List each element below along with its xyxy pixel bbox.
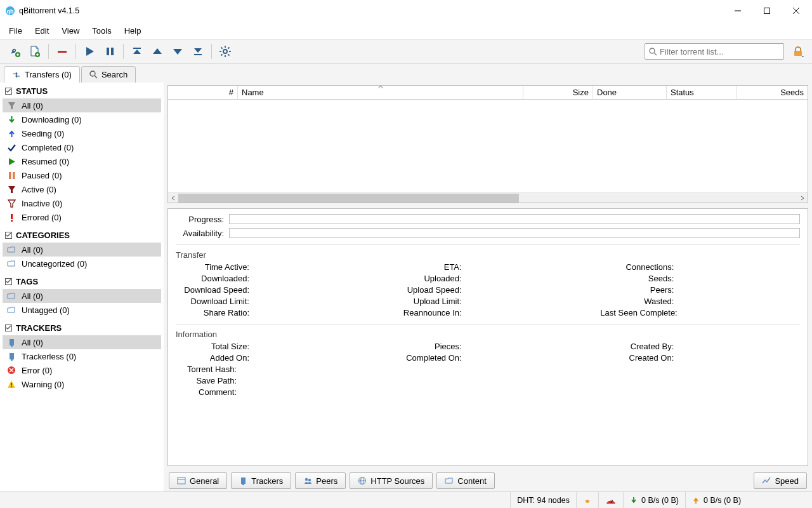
- scroll-thumb[interactable]: [178, 194, 519, 203]
- main-tabs: Transfers (0) Search: [0, 64, 812, 83]
- tracker-icon: [6, 352, 16, 361]
- funnel-icon: [6, 199, 16, 208]
- search-icon: [89, 70, 98, 79]
- section-trackers[interactable]: TRACKERS: [3, 321, 161, 335]
- svg-point-27: [650, 48, 655, 53]
- maximize-button[interactable]: [752, 1, 782, 20]
- folder-icon: [6, 260, 16, 267]
- svg-rect-17: [194, 54, 202, 55]
- pause-button[interactable]: [100, 42, 119, 61]
- tag-all[interactable]: All (0): [3, 289, 161, 303]
- menu-help[interactable]: Help: [118, 23, 148, 38]
- col-status[interactable]: Status: [667, 86, 737, 99]
- status-resumed[interactable]: Resumed (0): [3, 154, 161, 168]
- play-icon: [6, 157, 16, 166]
- pause-icon: [6, 171, 16, 180]
- close-button[interactable]: [782, 1, 811, 20]
- filter-input[interactable]: [660, 47, 780, 57]
- download-icon: [630, 497, 638, 504]
- status-errored[interactable]: Errored (0): [3, 210, 161, 224]
- menu-bar: File Edit View Tools Help: [0, 22, 812, 39]
- move-bottom-button[interactable]: [188, 42, 207, 61]
- svg-marker-38: [8, 186, 15, 193]
- category-uncategorized[interactable]: Uncategorized (0): [3, 257, 161, 271]
- settings-button[interactable]: [216, 42, 235, 61]
- content-area: # Name Size Done Status Seeds Progress: …: [164, 83, 812, 491]
- availability-bar: [229, 228, 800, 238]
- col-name[interactable]: Name: [238, 86, 523, 99]
- menu-edit[interactable]: Edit: [29, 23, 55, 38]
- menu-file[interactable]: File: [3, 23, 29, 38]
- svg-marker-35: [9, 158, 15, 165]
- svg-rect-36: [9, 172, 11, 179]
- transfer-section: Transfer: [176, 250, 800, 260]
- status-all[interactable]: All (0): [3, 98, 161, 112]
- resume-button[interactable]: [80, 42, 99, 61]
- lock-button[interactable]: [789, 43, 807, 60]
- tracker-trackerless[interactable]: Trackerless (0): [3, 349, 161, 363]
- folder-open-icon: [6, 292, 16, 300]
- tab-general[interactable]: General: [169, 472, 227, 489]
- status-dht[interactable]: DHT: 94 nodes: [510, 492, 576, 508]
- section-status[interactable]: STATUS: [3, 84, 161, 98]
- status-download[interactable]: 0 B/s (0 B): [623, 492, 685, 508]
- status-inactive[interactable]: Inactive (0): [3, 196, 161, 210]
- tracker-error[interactable]: Error (0): [3, 363, 161, 377]
- move-up-button[interactable]: [148, 42, 167, 61]
- svg-marker-30: [802, 56, 804, 57]
- detail-tabs: General Trackers Peers HTTP Sources Cont…: [167, 470, 808, 491]
- add-file-button[interactable]: [25, 42, 44, 61]
- search-icon: [649, 48, 657, 56]
- status-speed-limit[interactable]: [598, 492, 623, 508]
- svg-point-57: [305, 478, 308, 481]
- status-downloading[interactable]: Downloading (0): [3, 112, 161, 126]
- move-down-button[interactable]: [168, 42, 187, 61]
- section-categories[interactable]: CATEGORIES: [3, 228, 161, 243]
- tab-speed[interactable]: Speed: [754, 472, 807, 489]
- scroll-left-icon[interactable]: [168, 193, 178, 203]
- status-active[interactable]: Active (0): [3, 182, 161, 196]
- error-icon: [6, 213, 16, 222]
- svg-rect-12: [133, 48, 141, 49]
- tab-content[interactable]: Content: [436, 472, 495, 489]
- status-upload[interactable]: 0 B/s (0 B): [685, 492, 812, 508]
- tab-peers[interactable]: Peers: [295, 472, 346, 489]
- status-paused[interactable]: Paused (0): [3, 168, 161, 182]
- tracker-all[interactable]: All (0): [3, 335, 161, 349]
- svg-rect-11: [111, 48, 114, 55]
- filter-searchbox[interactable]: [645, 43, 784, 60]
- section-tags[interactable]: TAGS: [3, 274, 161, 289]
- tab-http[interactable]: HTTP Sources: [350, 472, 433, 489]
- tag-untagged[interactable]: Untagged (0): [3, 303, 161, 317]
- tracker-icon: [6, 338, 16, 347]
- status-seeding[interactable]: Seeding (0): [3, 126, 161, 140]
- col-num[interactable]: #: [168, 86, 238, 99]
- sidebar: STATUS All (0) Downloading (0) Seeding (…: [0, 83, 164, 491]
- scroll-right-icon[interactable]: [797, 193, 808, 203]
- col-size[interactable]: Size: [523, 86, 593, 99]
- col-done[interactable]: Done: [593, 86, 667, 99]
- move-top-button[interactable]: [128, 42, 147, 61]
- funnel-icon: [6, 102, 16, 110]
- horizontal-scrollbar[interactable]: [168, 192, 808, 203]
- category-all[interactable]: All (0): [3, 243, 161, 257]
- funnel-icon: [6, 185, 16, 194]
- menu-tools[interactable]: Tools: [86, 23, 117, 38]
- col-seeds[interactable]: Seeds: [737, 86, 808, 99]
- svg-marker-13: [133, 50, 141, 54]
- status-plug[interactable]: [576, 492, 598, 508]
- tab-transfers[interactable]: Transfers (0): [4, 66, 80, 83]
- remove-button[interactable]: [53, 42, 72, 61]
- svg-line-25: [228, 48, 229, 49]
- svg-line-32: [95, 76, 97, 78]
- tracker-warning[interactable]: Warning (0): [3, 377, 161, 391]
- add-link-button[interactable]: [5, 42, 24, 61]
- svg-rect-45: [10, 339, 14, 345]
- svg-line-26: [221, 54, 223, 55]
- tab-trackers[interactable]: Trackers: [231, 472, 291, 489]
- status-completed[interactable]: Completed (0): [3, 140, 161, 154]
- tab-search[interactable]: Search: [81, 66, 136, 83]
- minimize-button[interactable]: [723, 1, 752, 20]
- menu-view[interactable]: View: [55, 23, 86, 38]
- tab-search-label: Search: [102, 70, 128, 79]
